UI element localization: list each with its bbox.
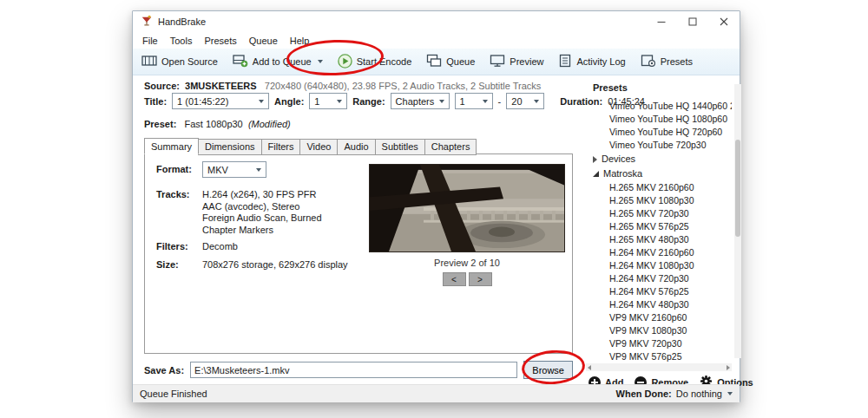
preview-area: Preview 2 of 10 < > xyxy=(369,164,565,286)
preset-list-item[interactable]: H.265 MKV 480p30 xyxy=(586,233,732,246)
preview-label: Preview xyxy=(510,56,543,67)
preset-list-item[interactable]: H.265 MKV 2160p60 xyxy=(586,181,732,194)
start-encode-play-icon xyxy=(338,54,352,70)
preset-list-item[interactable]: Vimeo YouTube 720p30 xyxy=(586,139,732,152)
queue-label: Queue xyxy=(446,56,475,67)
title-dropdown[interactable]: 1 (01:45:22) xyxy=(172,93,269,109)
format-dropdown[interactable]: MKV xyxy=(202,161,266,178)
open-source-button[interactable]: Open Source xyxy=(141,54,218,69)
preview-next-button[interactable]: > xyxy=(469,272,492,286)
save-as-row: Save As: Browse xyxy=(144,361,573,379)
presets-panel: Presets Vimeo YouTube HQ 1440p60 2.5K Vi… xyxy=(586,77,741,384)
summary-tab-panel: Format: MKV Tracks: H.264 (x264), 30 FPS… xyxy=(144,153,573,354)
preset-list-item[interactable]: H.264 MKV 720p30 xyxy=(586,272,732,285)
track-line: Chapter Markers xyxy=(202,225,322,237)
title-row: Title: 1 (01:45:22) Angle: 1 Range: Chap… xyxy=(144,93,645,109)
presets-toolbar-label: Presets xyxy=(661,56,693,67)
open-source-icon xyxy=(141,54,157,69)
presets-vertical-scrollbar[interactable] xyxy=(734,84,741,358)
range-start-value: 1 xyxy=(460,96,465,107)
chevron-down-icon xyxy=(439,100,444,103)
preset-list-item[interactable]: VP9 MKV 2160p60 xyxy=(586,311,732,324)
scroll-right-icon[interactable] xyxy=(727,365,730,370)
preview-icon xyxy=(490,54,505,69)
expand-expanded-icon[interactable] xyxy=(593,171,599,177)
preset-list-item[interactable]: H.264 MKV 480p30 xyxy=(586,298,732,311)
start-encode-button[interactable]: Start Encode xyxy=(338,54,412,70)
minimize-button[interactable] xyxy=(646,11,677,32)
preview-prev-button[interactable]: < xyxy=(443,272,466,286)
add-to-queue-button[interactable]: Add to Queue xyxy=(233,54,323,69)
format-dropdown-value: MKV xyxy=(207,165,228,175)
queue-icon xyxy=(426,54,442,69)
menu-help[interactable]: Help xyxy=(284,34,316,48)
tab-audio[interactable]: Audio xyxy=(337,139,375,155)
tab-filters[interactable]: Filters xyxy=(261,139,301,155)
menu-presets[interactable]: Presets xyxy=(198,34,242,48)
preset-group-devices[interactable]: Devices xyxy=(586,152,732,167)
preset-group-label: Devices xyxy=(602,152,635,167)
range-type-dropdown[interactable]: Chapters xyxy=(391,93,450,109)
menu-file[interactable]: File xyxy=(136,34,164,48)
preview-caption: Preview 2 of 10 xyxy=(369,258,565,268)
add-to-queue-label: Add to Queue xyxy=(253,56,312,67)
tab-strip: Summary Dimensions Filters Video Audio S… xyxy=(144,138,476,154)
range-dash: - xyxy=(498,96,502,107)
tab-subtitles[interactable]: Subtitles xyxy=(375,139,425,155)
tab-dimensions[interactable]: Dimensions xyxy=(198,139,261,155)
presets-header: Presets xyxy=(593,82,628,93)
preset-list-item[interactable]: Vimeo YouTube HQ 1440p60 2.5K xyxy=(586,100,732,113)
activity-log-button[interactable]: Activity Log xyxy=(558,54,625,69)
title-label: Title: xyxy=(144,96,167,107)
preset-list-item[interactable]: H.265 MKV 720p30 xyxy=(586,207,732,220)
presets-gear-icon xyxy=(641,54,656,69)
close-button[interactable] xyxy=(708,11,740,32)
scrollbar-thumb[interactable] xyxy=(735,140,740,237)
save-as-label: Save As: xyxy=(144,365,184,376)
presets-toolbar-button[interactable]: Presets xyxy=(641,54,693,69)
expand-collapsed-icon[interactable] xyxy=(593,156,597,163)
preset-list-item[interactable]: H.264 MKV 1080p30 xyxy=(586,259,732,272)
maximize-button[interactable] xyxy=(677,11,708,32)
handbrake-window: HandBrake File Tools Presets Queue Help … xyxy=(132,10,740,402)
save-as-input[interactable] xyxy=(190,362,517,378)
window-title: HandBrake xyxy=(158,16,206,27)
handbrake-logo-icon xyxy=(141,15,153,29)
tab-video[interactable]: Video xyxy=(299,139,338,155)
preview-button[interactable]: Preview xyxy=(490,54,543,69)
preset-list-item[interactable]: VP9 MKV 1080p30 xyxy=(586,324,732,337)
tracks-list: H.264 (x264), 30 FPS PFR AAC (avcodec), … xyxy=(202,189,322,236)
range-type-value: Chapters xyxy=(396,96,435,107)
range-label: Range: xyxy=(352,96,385,107)
source-name: 3MUSKETEERS xyxy=(185,81,257,91)
browse-button[interactable]: Browse xyxy=(523,361,573,379)
preset-list-item[interactable]: Vimeo YouTube HQ 1080p60 xyxy=(586,113,732,126)
angle-dropdown[interactable]: 1 xyxy=(309,93,347,109)
title-bar: HandBrake xyxy=(133,11,740,32)
preset-list-item[interactable]: H.265 MKV 1080p30 xyxy=(586,194,732,207)
preset-list-item[interactable]: H.264 MKV 576p25 xyxy=(586,285,732,298)
preset-list-item[interactable]: VP9 MKV 576p25 xyxy=(586,350,732,363)
chevron-down-icon xyxy=(534,100,539,103)
tab-summary[interactable]: Summary xyxy=(144,138,199,154)
range-start-dropdown[interactable]: 1 xyxy=(455,93,493,109)
preset-group-matroska[interactable]: Matroska xyxy=(586,167,732,181)
menu-tools[interactable]: Tools xyxy=(164,34,199,48)
chevron-down-icon xyxy=(337,100,342,103)
presets-horizontal-scrollbar[interactable] xyxy=(586,363,732,371)
preset-list-item[interactable]: H.265 MKV 576p25 xyxy=(586,220,732,233)
scroll-left-icon[interactable] xyxy=(588,365,591,370)
tab-chapters[interactable]: Chapters xyxy=(424,139,477,155)
chevron-down-icon[interactable] xyxy=(318,60,323,63)
menu-queue[interactable]: Queue xyxy=(243,34,284,48)
preset-list-item[interactable]: H.264 MKV 2160p60 xyxy=(586,246,732,259)
range-end-dropdown[interactable]: 20 xyxy=(506,93,544,109)
preset-list-item[interactable]: Vimeo YouTube HQ 720p60 xyxy=(586,126,732,139)
preset-list-item[interactable]: VP9 MKV 720p30 xyxy=(586,337,732,350)
start-encode-label: Start Encode xyxy=(357,56,412,67)
size-value: 708x276 storage, 629x276 display xyxy=(202,259,348,270)
when-done-dropdown[interactable]: Do nothing xyxy=(676,389,733,399)
source-label: Source: xyxy=(144,81,180,91)
queue-button[interactable]: Queue xyxy=(426,54,475,69)
filters-label: Filters: xyxy=(156,241,188,251)
